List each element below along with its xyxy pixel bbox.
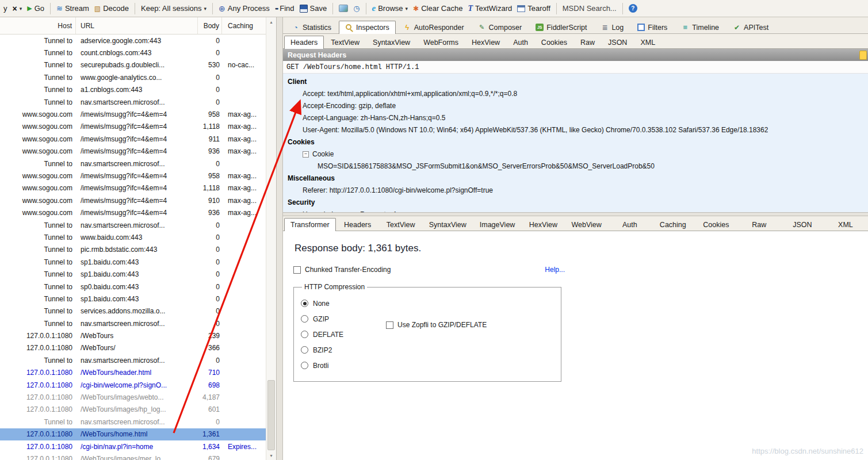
table-row[interactable]: www.sogou.com /imewis/msugg?ifc=4&em=4 9…	[0, 108, 266, 120]
table-row[interactable]: Tunnel to securepubads.g.doublecli... 53…	[0, 59, 266, 71]
inspector-tab-filters[interactable]: Filters	[631, 21, 674, 33]
table-row[interactable]: 127.0.0.1:1080 /WebTours/home.html 1,361	[0, 428, 266, 440]
column-header-url[interactable]: URL	[76, 17, 198, 34]
table-row[interactable]: Tunnel to www.baidu.com:443 0	[0, 231, 266, 243]
inspector-tab-inspectors[interactable]: Inspectors	[339, 21, 396, 34]
compression-radio-bzip2[interactable]: BZIP2	[301, 342, 561, 358]
table-row[interactable]: Tunnel to nav.smartscreen.microsof... 0	[0, 416, 266, 428]
response-tab-auth[interactable]: Auth	[609, 218, 651, 231]
header-entry[interactable]: Accept: text/html,application/xhtml+xml,…	[285, 88, 868, 100]
header-entry[interactable]: Accept-Language: zh-Hans-CN,zh-Hans;q=0.…	[285, 112, 868, 124]
response-tab-raw[interactable]: Raw	[738, 218, 781, 231]
inspector-tab-statistics[interactable]: ◔Statistics	[285, 21, 338, 33]
replay-button-partial[interactable]: y	[3, 4, 7, 13]
table-row[interactable]: Tunnel to adservice.google.com:443 0	[0, 34, 266, 47]
compression-radio-none[interactable]: None	[301, 296, 561, 311]
zopfli-checkbox[interactable]	[386, 321, 393, 329]
inspector-tab-composer[interactable]: ✎Composer	[472, 21, 529, 33]
request-tab-xml[interactable]: XML	[634, 36, 661, 48]
column-header-caching[interactable]: Caching	[222, 17, 266, 34]
stream-button[interactable]: ≋ Stream	[56, 4, 89, 13]
screenshot-button[interactable]	[339, 5, 348, 12]
scrollbar-thumb[interactable]	[267, 380, 275, 450]
response-tab-cookies[interactable]: Cookies	[695, 218, 737, 231]
inspector-tab-autoresponder[interactable]: ϟAutoResponder	[397, 21, 471, 33]
table-row[interactable]: www.sogou.com /imewis/msugg?ifc=4&em=4 9…	[0, 133, 266, 145]
compression-radio-deflate[interactable]: DEFLATE	[301, 327, 561, 342]
table-row[interactable]: www.sogou.com /imewis/msugg?ifc=4&em=4 9…	[0, 145, 266, 158]
table-row[interactable]: Tunnel to sp1.baidu.com:443 0	[0, 268, 266, 280]
horizontal-splitter[interactable]	[283, 212, 868, 216]
request-tab-syntaxview[interactable]: SyntaxView	[366, 36, 416, 48]
response-tab-caching[interactable]: Caching	[652, 218, 694, 231]
response-tab-transformer[interactable]: Transformer	[284, 218, 336, 231]
table-row[interactable]: Tunnel to pic.rmb.bdstatic.com:443 0	[0, 244, 266, 256]
table-row[interactable]: Tunnel to count.cnblogs.com:443 0	[0, 47, 266, 59]
table-row[interactable]: Tunnel to sp1.baidu.com:443 0	[0, 293, 266, 305]
table-row[interactable]: Tunnel to nav.smartscreen.microsof... 0	[0, 219, 266, 231]
response-tab-textview[interactable]: TextView	[380, 218, 422, 231]
request-tab-headers[interactable]: Headers	[284, 36, 324, 49]
response-tab-webview[interactable]: WebView	[565, 218, 607, 231]
header-entry[interactable]: −Cookie	[285, 148, 868, 160]
inspector-tab-timeline[interactable]: ≡Timeline	[675, 21, 725, 33]
table-row[interactable]: 127.0.0.1:1080 /cgi-bin/nav.pl?in=home 1…	[0, 440, 266, 453]
table-row[interactable]: 127.0.0.1:1080 /WebTours/images/mer_lo..…	[0, 453, 266, 460]
response-tab-syntaxview[interactable]: SyntaxView	[423, 218, 473, 231]
table-row[interactable]: Tunnel to nav.smartscreen.microsof... 0	[0, 354, 266, 366]
request-tab-textview[interactable]: TextView	[324, 36, 366, 48]
inspector-tab-fiddlerscript[interactable]: JSFiddlerScript	[529, 21, 593, 33]
request-tab-cookies[interactable]: Cookies	[535, 36, 573, 48]
vertical-splitter[interactable]	[276, 17, 283, 460]
inspector-tab-log[interactable]: ≣Log	[594, 21, 630, 33]
zopfli-option[interactable]: Use Zopfli to GZIP/DEFLATE	[386, 321, 487, 329]
keep-sessions-dropdown[interactable]: Keep: All sessions ▾	[141, 4, 207, 13]
table-row[interactable]: www.sogou.com /imewis/msugg?ifc=4&em=4 1…	[0, 121, 266, 133]
request-tab-webforms[interactable]: WebForms	[417, 36, 465, 48]
save-button[interactable]: Save	[300, 4, 327, 13]
table-row[interactable]: Tunnel to www.google-analytics.co... 0	[0, 71, 266, 83]
clear-cache-button[interactable]: ✱ Clear Cache	[413, 4, 462, 13]
response-tab-xml[interactable]: XML	[824, 218, 867, 231]
table-row[interactable]: www.sogou.com /imewis/msugg?ifc=4&em=4 9…	[0, 194, 266, 206]
table-row[interactable]: 127.0.0.1:1080 /cgi-bin/welcome.pl?signO…	[0, 379, 266, 391]
table-row[interactable]: www.sogou.com /imewis/msugg?ifc=4&em=4 9…	[0, 206, 266, 218]
table-row[interactable]: 127.0.0.1:1080 /WebTours/images/hp_log..…	[0, 404, 266, 416]
collapse-icon[interactable]: −	[303, 151, 309, 158]
column-header-host[interactable]: Host	[0, 17, 76, 34]
response-tab-headers[interactable]: Headers	[337, 218, 379, 231]
table-row[interactable]: 127.0.0.1:1080 /WebTours/ 366	[0, 342, 266, 354]
help-button[interactable]: ?	[629, 4, 637, 13]
response-tab-json[interactable]: JSON	[781, 218, 824, 231]
scroll-down-icon[interactable]: ▾	[266, 451, 276, 460]
go-button[interactable]: ▶ Go	[27, 4, 44, 13]
table-row[interactable]: Tunnel to a1.cnblogs.com:443 0	[0, 84, 266, 96]
table-row[interactable]: 127.0.0.1:1080 /WebTours/images/webto...…	[0, 391, 266, 403]
header-entry[interactable]: Accept-Encoding: gzip, deflate	[285, 100, 868, 112]
decode-button[interactable]: ▧ Decode	[94, 4, 129, 13]
msdn-search-button[interactable]: MSDN Search...	[563, 4, 617, 13]
table-row[interactable]: Tunnel to sp1.baidu.com:443 0	[0, 256, 266, 268]
table-row[interactable]: Tunnel to sp0.baidu.com:443 0	[0, 281, 266, 293]
request-tab-hexview[interactable]: HexView	[465, 36, 506, 48]
table-row[interactable]: 127.0.0.1:1080 /WebTours 239	[0, 329, 266, 342]
remove-sessions-button[interactable]: × ▾	[13, 5, 22, 13]
help-link[interactable]: Help...	[545, 266, 565, 274]
inspector-tab-apitest[interactable]: ✔APITest	[726, 21, 775, 33]
tearoff-button[interactable]: Tearoff	[517, 4, 550, 13]
table-row[interactable]: www.sogou.com /imewis/msugg?ifc=4&em=4 1…	[0, 182, 266, 194]
compression-radio-brotli[interactable]: Brotli	[301, 358, 561, 373]
request-tab-raw[interactable]: Raw	[574, 36, 601, 48]
request-tab-json[interactable]: JSON	[602, 36, 633, 48]
column-header-body[interactable]: Body	[198, 17, 222, 34]
response-tab-imageview[interactable]: ImageView	[473, 218, 522, 231]
raw-link-icon[interactable]	[859, 51, 867, 60]
header-entry[interactable]: Referer: http://127.0.0.1:1080/cgi-bin/w…	[285, 185, 868, 197]
browse-button[interactable]: e Browse ▾	[372, 4, 408, 13]
table-row[interactable]: www.sogou.com /imewis/msugg?ifc=4&em=4 9…	[0, 170, 266, 182]
session-list-scrollbar[interactable]: ▴ ▾	[266, 17, 276, 460]
textwizard-button[interactable]: T TextWizard	[468, 4, 512, 13]
scroll-up-icon[interactable]: ▴	[266, 17, 276, 26]
table-row[interactable]: 127.0.0.1:1080 /WebTours/header.html 710	[0, 367, 266, 379]
find-button[interactable]: ●● Find	[275, 4, 295, 13]
